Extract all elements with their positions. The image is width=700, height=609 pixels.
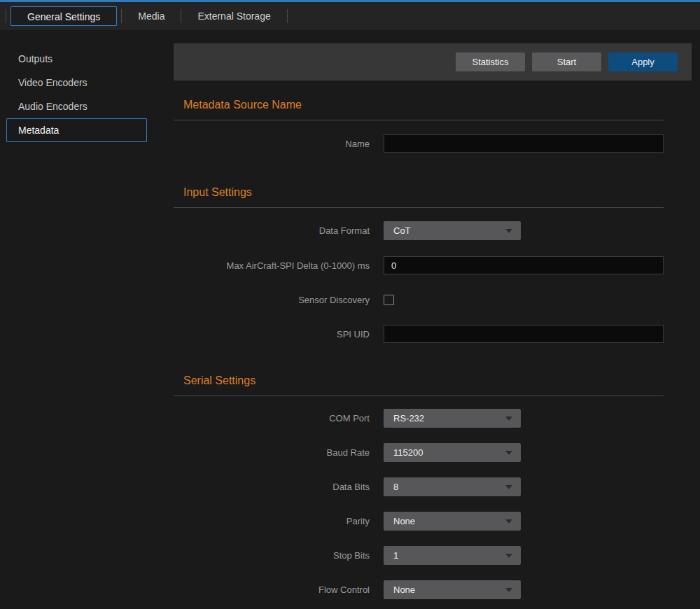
max-aircraft-spi-delta-input[interactable] [384, 256, 664, 274]
data-format-select[interactable]: CoT [384, 221, 521, 240]
section-divider [174, 120, 664, 120]
form-row-com-port: COM Port RS-232 [174, 409, 664, 428]
form-row-flow-control: Flow Control None [174, 580, 664, 599]
form-row-sensor-discovery: Sensor Discovery [174, 293, 664, 306]
field-label-com-port: COM Port [174, 413, 370, 424]
statistics-button[interactable]: Statistics [456, 52, 525, 71]
start-button[interactable]: Start [532, 52, 601, 71]
chevron-down-icon [505, 588, 512, 592]
form-row-spi-uid: SPI UID [174, 325, 664, 343]
field-label-name: Name [174, 139, 370, 149]
parity-select[interactable]: None [384, 512, 521, 531]
tab-divider [6, 9, 6, 23]
flow-control-select[interactable]: None [384, 580, 521, 599]
section-divider [174, 396, 664, 396]
field-label-sensor-discovery: Sensor Discovery [174, 295, 370, 305]
tab-divider [287, 9, 288, 23]
stop-bits-value: 1 [393, 550, 398, 561]
main-content: Statistics Start Apply Metadata Source N… [174, 30, 692, 599]
sidebar-item-outputs[interactable]: Outputs [6, 47, 147, 71]
chevron-down-icon [505, 229, 512, 233]
sensor-discovery-checkbox[interactable] [384, 295, 394, 305]
field-label-stop-bits: Stop Bits [174, 550, 370, 561]
field-label-data-format: Data Format [174, 225, 370, 236]
section-title-serial-settings: Serial Settings [174, 374, 692, 387]
com-port-select[interactable]: RS-232 [384, 409, 521, 428]
sidebar: Outputs Video Encoders Audio Encoders Me… [0, 30, 174, 142]
sidebar-item-video-encoders[interactable]: Video Encoders [6, 71, 147, 94]
field-label-spi-uid: SPI UID [174, 329, 370, 340]
data-bits-select[interactable]: 8 [384, 477, 521, 496]
tab-external-storage[interactable]: External Storage [181, 6, 286, 26]
apply-button[interactable]: Apply [608, 52, 678, 71]
field-label-data-bits: Data Bits [174, 482, 370, 492]
sidebar-item-audio-encoders[interactable]: Audio Encoders [6, 94, 147, 118]
chevron-down-icon [505, 554, 512, 558]
baud-rate-select[interactable]: 115200 [384, 443, 521, 462]
chevron-down-icon [505, 519, 512, 524]
form-row-data-format: Data Format CoT [174, 221, 664, 240]
spi-uid-input[interactable] [384, 325, 664, 343]
parity-value: None [393, 516, 415, 526]
chevron-down-icon [505, 451, 512, 455]
form-row-data-bits: Data Bits 8 [174, 477, 664, 496]
tab-bar: General Settings Media External Storage [0, 2, 700, 30]
tab-general-settings[interactable]: General Settings [10, 6, 117, 26]
form-row-stop-bits: Stop Bits 1 [174, 546, 664, 565]
field-label-baud-rate: Baud Rate [174, 447, 370, 458]
chevron-down-icon [505, 416, 512, 421]
name-input[interactable] [384, 134, 664, 153]
baud-rate-value: 115200 [393, 447, 423, 458]
field-label-parity: Parity [174, 516, 370, 526]
flow-control-value: None [393, 584, 415, 595]
data-format-value: CoT [393, 225, 411, 236]
stop-bits-select[interactable]: 1 [384, 546, 521, 565]
form-row-parity: Parity None [174, 512, 664, 531]
chevron-down-icon [505, 485, 512, 489]
com-port-value: RS-232 [393, 413, 424, 424]
section-title-metadata-source-name: Metadata Source Name [174, 99, 692, 111]
section-divider [174, 207, 664, 208]
tab-media[interactable]: Media [122, 6, 181, 26]
action-toolbar: Statistics Start Apply [174, 43, 692, 80]
form-row-name: Name [174, 134, 664, 153]
field-label-max-aircraft-spi-delta: Max AirCraft-SPI Delta (0-1000) ms [174, 260, 370, 271]
sidebar-item-metadata[interactable]: Metadata [6, 118, 147, 142]
form-row-max-aircraft-spi-delta: Max AirCraft-SPI Delta (0-1000) ms [174, 256, 664, 274]
field-label-flow-control: Flow Control [174, 584, 370, 595]
section-title-input-settings: Input Settings [174, 186, 692, 199]
data-bits-value: 8 [393, 482, 398, 492]
form-row-baud-rate: Baud Rate 115200 [174, 443, 664, 462]
